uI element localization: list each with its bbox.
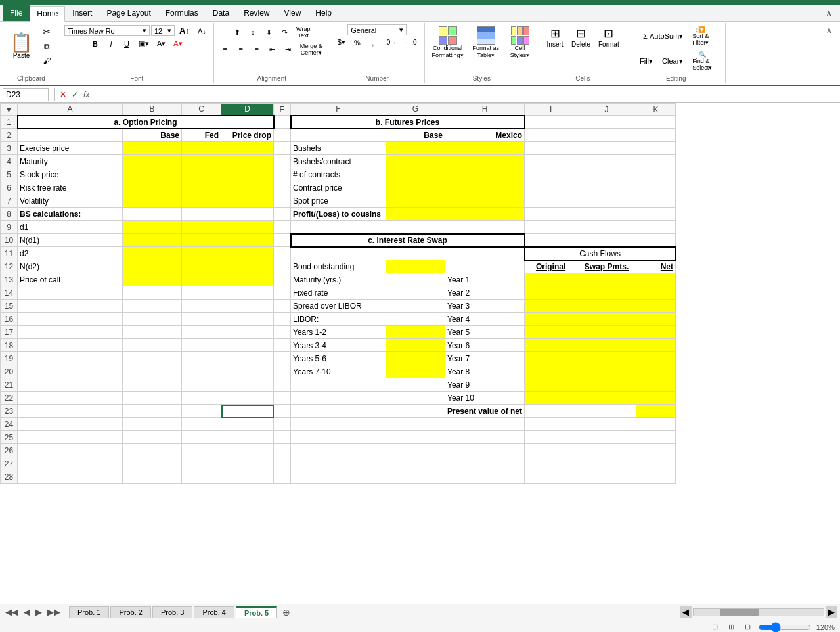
row-num-17[interactable]: 17 [1, 326, 18, 339]
cell-K23[interactable] [636, 405, 676, 418]
cell-F2[interactable] [291, 129, 386, 142]
cell-H12[interactable] [445, 260, 525, 273]
cell-F8[interactable]: Profit/(Loss) to cousins [291, 208, 386, 221]
cell-H23[interactable]: Present value of net [445, 405, 525, 418]
cell-B11[interactable] [123, 247, 182, 260]
cell-C21[interactable] [182, 378, 221, 392]
cell-F12[interactable]: Bond outstanding [291, 260, 386, 273]
page-layout-view-btn[interactable]: ⊞ [726, 621, 737, 632]
cell-F19[interactable]: Years 5-6 [291, 352, 386, 365]
cell-J10[interactable] [577, 234, 636, 247]
cell-K22[interactable] [636, 392, 676, 405]
cell-B5[interactable] [123, 168, 182, 181]
border-button[interactable]: ▣▾ [135, 38, 152, 49]
cell-G25[interactable] [386, 431, 445, 444]
cell-I21[interactable] [525, 378, 577, 392]
cell-H18[interactable]: Year 6 [445, 339, 525, 352]
tab-page-layout[interactable]: Page Layout [99, 5, 158, 21]
row-num-21[interactable]: 21 [1, 378, 18, 392]
cell-J20[interactable] [577, 365, 636, 378]
bold-button[interactable]: B [88, 39, 102, 49]
cell-D15[interactable] [221, 300, 274, 313]
cell-C6[interactable] [182, 181, 221, 194]
cell-B23[interactable] [123, 405, 182, 418]
cell-C20[interactable] [182, 365, 221, 378]
normal-view-btn[interactable]: ⊡ [709, 621, 720, 632]
underline-button[interactable]: U [120, 39, 134, 49]
cell-E10[interactable] [274, 234, 291, 247]
row-num-18[interactable]: 18 [1, 339, 18, 352]
cell-D8[interactable] [221, 208, 274, 221]
cell-K28[interactable] [636, 470, 676, 484]
cell-J2[interactable] [577, 129, 636, 142]
align-middle-btn[interactable]: ↕ [246, 27, 260, 37]
cell-K27[interactable] [636, 457, 676, 470]
cell-A9[interactable]: d1 [18, 221, 123, 234]
cell-H8[interactable] [445, 208, 525, 221]
cell-I14[interactable] [525, 286, 577, 300]
font-increase-btn[interactable]: A↑ [176, 24, 193, 37]
tab-home[interactable]: Home [30, 6, 65, 22]
cell-E2[interactable] [274, 129, 291, 142]
cell-B2[interactable]: Base [123, 129, 182, 142]
col-header-H[interactable]: H [445, 104, 525, 116]
cell-E27[interactable] [274, 457, 291, 470]
cell-D3[interactable] [221, 142, 274, 155]
cell-C27[interactable] [182, 457, 221, 470]
tab-nav-last[interactable]: ▶▶ [45, 606, 63, 618]
cell-K9[interactable] [636, 221, 676, 234]
cell-A15[interactable] [18, 300, 123, 313]
cell-F9[interactable] [291, 221, 386, 234]
cell-I9[interactable] [525, 221, 577, 234]
cell-E20[interactable] [274, 365, 291, 378]
row-num-12[interactable]: 12 [1, 260, 18, 273]
copy-button[interactable]: ⧉ [37, 40, 56, 53]
cell-C8[interactable] [182, 208, 221, 221]
formula-input[interactable] [98, 89, 837, 101]
format-painter-button[interactable]: 🖌 [37, 55, 56, 68]
cell-D22[interactable] [221, 392, 274, 405]
cell-E4[interactable] [274, 155, 291, 168]
italic-button[interactable]: I [104, 39, 118, 49]
cell-K18[interactable] [636, 339, 676, 352]
cell-A18[interactable] [18, 339, 123, 352]
row-num-11[interactable]: 11 [1, 247, 18, 260]
cell-G9[interactable] [386, 221, 445, 234]
cell-K6[interactable] [636, 181, 676, 194]
col-header-I[interactable]: I [525, 104, 577, 116]
cell-D6[interactable] [221, 181, 274, 194]
cell-G14[interactable] [386, 286, 445, 300]
tab-nav-right[interactable]: ▶ [33, 606, 45, 618]
cell-J23[interactable] [577, 405, 636, 418]
cell-G24[interactable] [386, 418, 445, 431]
align-bottom-btn[interactable]: ⬇ [261, 27, 276, 38]
cell-K25[interactable] [636, 431, 676, 444]
cell-I5[interactable] [525, 168, 577, 181]
cell-K20[interactable] [636, 365, 676, 378]
cell-C12[interactable] [182, 260, 221, 273]
cell-D9[interactable] [221, 221, 274, 234]
font-size-dropdown[interactable]: 12 ▾ [151, 25, 175, 36]
cell-A22[interactable] [18, 392, 123, 405]
cell-C13[interactable] [182, 273, 221, 286]
cell-A17[interactable] [18, 326, 123, 339]
merge-center-btn[interactable]: Merge &Center▾ [297, 41, 326, 57]
cell-I11[interactable]: Cash Flows [525, 247, 676, 260]
cell-D20[interactable] [221, 365, 274, 378]
add-sheet-btn[interactable]: ⊕ [278, 606, 294, 619]
cell-D13[interactable] [221, 273, 274, 286]
cell-B27[interactable] [123, 457, 182, 470]
cell-C9[interactable] [182, 221, 221, 234]
cell-C26[interactable] [182, 444, 221, 457]
cell-B19[interactable] [123, 352, 182, 365]
cell-J26[interactable] [577, 444, 636, 457]
cell-G23[interactable] [386, 405, 445, 418]
cell-J12[interactable]: Swap Pmts. [577, 260, 636, 273]
cell-H26[interactable] [445, 444, 525, 457]
cell-D7[interactable] [221, 194, 274, 208]
col-header-B[interactable]: B [123, 104, 182, 116]
cell-D23[interactable] [221, 405, 274, 418]
row-num-26[interactable]: 26 [1, 444, 18, 457]
tab-file[interactable]: File [3, 5, 30, 21]
row-num-6[interactable]: 6 [1, 181, 18, 194]
